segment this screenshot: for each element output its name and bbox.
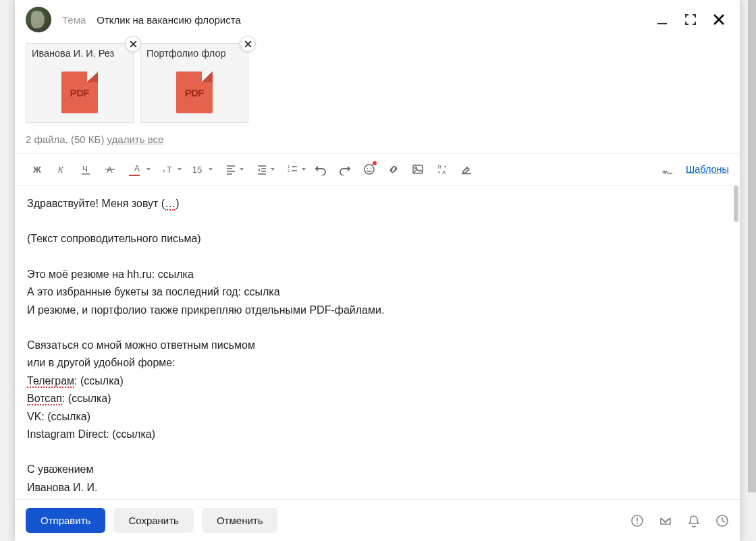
- svg-point-39: [637, 523, 638, 524]
- reminder-icon[interactable]: [687, 514, 701, 528]
- svg-point-29: [367, 168, 369, 169]
- emoji-button[interactable]: [358, 159, 381, 179]
- attachment-remove-button[interactable]: [125, 36, 141, 52]
- undo-button[interactable]: [309, 159, 332, 179]
- message-body-editor[interactable]: Здравствуйте! Меня зовут (…) (Текст сопр…: [15, 186, 740, 499]
- signature-icon[interactable]: [662, 165, 674, 173]
- strikethrough-button[interactable]: A: [99, 159, 122, 179]
- text-color-button[interactable]: A: [123, 159, 153, 179]
- save-button[interactable]: Сохранить: [113, 508, 194, 533]
- compose-window: Тема Отклик на вакансию флориста Иванова…: [15, 0, 740, 541]
- subject-label: Тема: [62, 14, 86, 26]
- attachment-card[interactable]: Иванова И. И. Рез PDF: [26, 43, 134, 123]
- minimize-icon[interactable]: [656, 13, 668, 26]
- font-size-select[interactable]: 15: [185, 159, 215, 179]
- page-scrollbar[interactable]: [748, 0, 756, 541]
- attachment-remove-button[interactable]: [240, 36, 256, 52]
- delete-all-attachments-link[interactable]: удалить все: [107, 134, 164, 145]
- editor-scrollbar-thumb[interactable]: [734, 186, 738, 222]
- compose-footer: Отправить Сохранить Отменить: [15, 499, 740, 541]
- bold-button[interactable]: Ж: [26, 159, 49, 179]
- redo-button[interactable]: [333, 159, 356, 179]
- list-button[interactable]: 12: [278, 159, 308, 179]
- pdf-icon: PDF: [61, 72, 98, 113]
- send-button[interactable]: Отправить: [26, 508, 105, 533]
- svg-text:Ж: Ж: [32, 165, 41, 175]
- svg-text:Я: Я: [437, 164, 441, 170]
- svg-text:т: т: [163, 168, 165, 174]
- subject-input[interactable]: Отклик на вакансию флориста: [97, 14, 645, 26]
- templates-link[interactable]: Шаблоны: [686, 164, 729, 175]
- attachment-name: Иванова И. И. Рез: [26, 44, 133, 63]
- page-scrollbar-thumb[interactable]: [748, 0, 756, 492]
- attachment-card[interactable]: Портфолио флор PDF: [140, 43, 248, 123]
- avatar[interactable]: [26, 7, 51, 32]
- svg-text:Т: Т: [167, 165, 172, 175]
- attachments-summary: 2 файла, (50 КБ) удалить все: [15, 127, 740, 153]
- window-controls: [656, 13, 729, 26]
- svg-text:2: 2: [288, 169, 290, 173]
- underline-button[interactable]: Ч: [74, 159, 97, 179]
- font-size-adjust-button[interactable]: тТ: [154, 159, 184, 179]
- align-button[interactable]: [216, 159, 246, 179]
- svg-text:Ч: Ч: [82, 165, 88, 174]
- svg-text:К: К: [58, 165, 64, 175]
- editor-scrollbar[interactable]: [733, 186, 738, 499]
- compose-header: Тема Отклик на вакансию флориста: [15, 0, 740, 38]
- svg-text:A: A: [442, 169, 446, 175]
- indent-button[interactable]: [247, 159, 277, 179]
- format-toolbar: Ж К Ч A A тТ 15 12 ЯA Шаблоны: [15, 154, 740, 185]
- clear-format-button[interactable]: [455, 159, 478, 179]
- attachments-row: Иванова И. И. Рез PDF Портфолио флор PDF: [15, 38, 740, 127]
- italic-button[interactable]: К: [50, 159, 73, 179]
- attachment-name: Портфолио флор: [141, 44, 248, 63]
- svg-point-32: [415, 167, 417, 169]
- schedule-icon[interactable]: [716, 514, 729, 528]
- close-icon[interactable]: [713, 13, 725, 26]
- svg-text:A: A: [134, 164, 140, 173]
- cancel-button[interactable]: Отменить: [202, 508, 278, 533]
- maximize-icon[interactable]: [684, 13, 697, 26]
- footer-icons: [630, 514, 729, 528]
- link-button[interactable]: [382, 159, 405, 179]
- svg-point-28: [364, 165, 374, 174]
- read-receipt-icon[interactable]: [659, 514, 672, 528]
- translate-button[interactable]: ЯA: [431, 159, 454, 179]
- svg-point-30: [371, 168, 372, 169]
- pdf-icon: PDF: [176, 72, 213, 113]
- image-button[interactable]: [406, 159, 429, 179]
- important-icon[interactable]: [630, 514, 644, 528]
